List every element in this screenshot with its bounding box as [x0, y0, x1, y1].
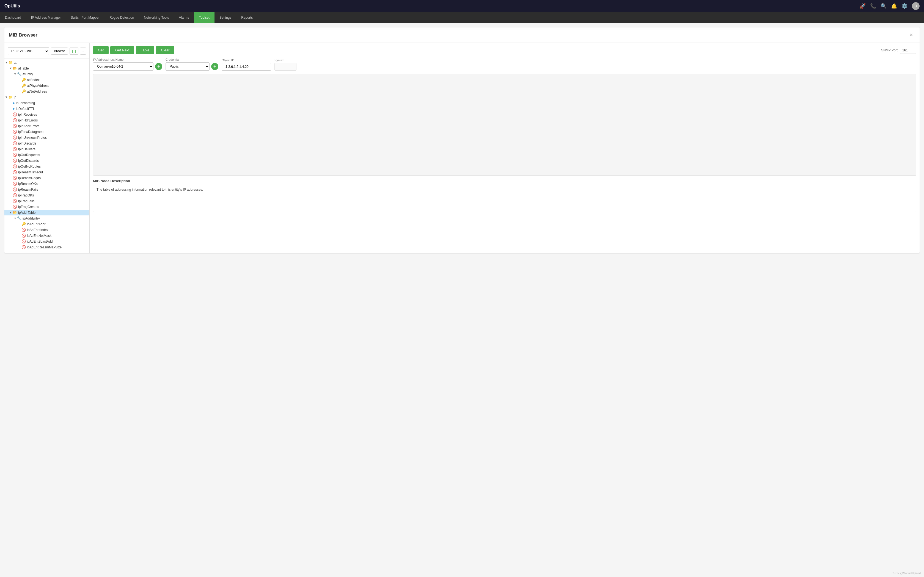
ip-label: IP Address/Host Name — [93, 58, 162, 61]
toolbar: Get Get Next Table Clear SNMP Port — [93, 46, 916, 54]
tree-item-ipAddrTable[interactable]: ▼📂ipAddrTable — [5, 210, 89, 215]
tree-item-atIfIndex[interactable]: 🔑atIfIndex — [5, 77, 89, 83]
tree-node-label: ipAdEntReasmMaxSize — [27, 245, 61, 249]
tree-item-at[interactable]: ▼📁at — [5, 60, 89, 65]
phone-icon[interactable]: 📞 — [870, 3, 876, 9]
tree-node-label: ipOutRequests — [18, 153, 40, 157]
tree-node-icon: 🚫 — [13, 135, 17, 140]
mib-browser-panel: MIB Browser × RFC1213-MIB Browse [+] - ▼… — [5, 27, 919, 253]
tree-toggle-icon[interactable]: ▼ — [9, 211, 13, 214]
tree-item-ipInAddrErrors[interactable]: 🚫ipInAddrErrors — [5, 123, 89, 129]
tree-node-label: ipAdEntBcastAddr — [27, 240, 53, 243]
mib-select[interactable]: RFC1213-MIB — [8, 47, 49, 55]
clear-button[interactable]: Clear — [156, 46, 174, 54]
object-id-label: Object ID — [222, 58, 271, 62]
credential-label: Credential — [166, 58, 218, 61]
add-mib-button[interactable]: [+] — [69, 48, 78, 55]
table-button[interactable]: Table — [136, 46, 154, 54]
add-ip-button[interactable]: + — [155, 63, 162, 70]
bell-icon[interactable]: 🔔 — [891, 3, 897, 9]
tree-toggle-icon[interactable]: ▼ — [13, 73, 17, 76]
object-id-field-group: Object ID — [222, 58, 271, 71]
tree-item-ipReasmReqds[interactable]: 🚫ipReasmReqds — [5, 175, 89, 181]
tree-item-ipAdEntAddr[interactable]: 🔑ipAdEntAddr — [5, 221, 89, 227]
tree-item-ipOutRequests[interactable]: 🚫ipOutRequests — [5, 152, 89, 158]
tree-item-ipAdEntNetMask[interactable]: 🚫ipAdEntNetMask — [5, 233, 89, 239]
tree-node-icon: 🚫 — [13, 130, 17, 134]
tree-item-ipInUnknownProtos[interactable]: 🚫ipInUnknownProtos — [5, 135, 89, 140]
nav-alarms[interactable]: Alarms — [174, 12, 194, 23]
tree-item-ipDefaultTTL[interactable]: ●ipDefaultTTL — [5, 106, 89, 111]
tree-node-label: ipReasmFails — [18, 188, 38, 192]
nav-settings[interactable]: Settings — [215, 12, 236, 23]
get-button[interactable]: Get — [93, 46, 108, 54]
tree-item-ipInHdrErrors[interactable]: 🚫ipInHdrErrors — [5, 117, 89, 123]
tree-node-icon: 🚫 — [13, 176, 17, 180]
object-id-input[interactable] — [222, 63, 271, 71]
tree-node-icon: 📂 — [13, 211, 17, 214]
tree-item-ipFragCreates[interactable]: 🚫ipFragCreates — [5, 204, 89, 210]
tree-toggle-icon[interactable]: ▼ — [13, 217, 17, 220]
tree-item-ip[interactable]: ▼📁ip — [5, 94, 89, 100]
tree-item-ipAddrEntry[interactable]: ▼🔧ipAddrEntry — [5, 215, 89, 221]
tree-node-icon: 🚫 — [13, 118, 17, 122]
tree-node-label: ipReasmReqds — [18, 176, 41, 180]
tree-item-atNetAddress[interactable]: 🔑atNetAddress — [5, 89, 89, 94]
tree-node-label: ipAdEntNetMask — [27, 234, 52, 238]
ip-field-group: IP Address/Host Name Opman-m10-64-2 + — [93, 58, 162, 71]
ip-select[interactable]: Opman-m10-64-2 — [93, 62, 153, 71]
tree-item-ipInDiscards[interactable]: 🚫ipInDiscards — [5, 140, 89, 146]
nav-ip-address-manager[interactable]: IP Address Manager — [26, 12, 66, 23]
tree-item-atPhysAddress[interactable]: 🔑atPhysAddress — [5, 83, 89, 89]
nav-reports[interactable]: Reports — [236, 12, 258, 23]
credential-select[interactable]: Public — [166, 62, 210, 71]
browse-button[interactable]: Browse — [51, 48, 68, 55]
tree-item-ipOutDiscards[interactable]: 🚫ipOutDiscards — [5, 158, 89, 163]
nav-switch-port-mapper[interactable]: Switch Port Mapper — [66, 12, 105, 23]
tree-item-ipAdEntBcastAddr[interactable]: 🚫ipAdEntBcastAddr — [5, 239, 89, 244]
close-button[interactable]: × — [908, 31, 915, 39]
tree-item-ipReasmFails[interactable]: 🚫ipReasmFails — [5, 187, 89, 192]
rocket-icon[interactable]: 🚀 — [859, 3, 866, 9]
tree-item-ipForwDatagrams[interactable]: 🚫ipForwDatagrams — [5, 129, 89, 135]
nav-dashboard[interactable]: Dashboard — [0, 12, 26, 23]
tree-toggle-icon[interactable]: ▼ — [5, 61, 8, 64]
nav-toolset[interactable]: Toolset — [194, 12, 215, 23]
get-next-button[interactable]: Get Next — [110, 46, 134, 54]
snmp-port-input[interactable] — [900, 47, 916, 54]
ip-input-row: Opman-m10-64-2 + — [93, 62, 162, 71]
tree-node-label: ipDefaultTTL — [16, 107, 35, 111]
add-credential-button[interactable]: + — [211, 63, 218, 70]
tree-item-ipReasmOKs[interactable]: 🚫ipReasmOKs — [5, 181, 89, 187]
tree-toggle-icon[interactable]: ▼ — [9, 67, 13, 70]
mib-browser-body: RFC1213-MIB Browse [+] - ▼📁at▼📂atTable▼🔧… — [5, 43, 919, 253]
tree-item-ipFragOKs[interactable]: 🚫ipFragOKs — [5, 192, 89, 198]
tree-node-label: ipForwDatagrams — [18, 130, 44, 134]
tree-item-atEntry[interactable]: ▼🔧atEntry — [5, 71, 89, 77]
tree-item-ipInReceives[interactable]: 🚫ipInReceives — [5, 111, 89, 117]
tree-toggle-icon[interactable]: ▼ — [5, 96, 8, 98]
tree-item-ipForwarding[interactable]: ●ipForwarding — [5, 100, 89, 106]
nav-rogue-detection[interactable]: Rogue Detection — [105, 12, 139, 23]
search-icon[interactable]: 🔍 — [880, 3, 887, 9]
tree-item-ipOutNoRoutes[interactable]: 🚫ipOutNoRoutes — [5, 163, 89, 169]
gear-icon[interactable]: ⚙️ — [901, 3, 908, 9]
tree-item-ipAdEntReasmMaxSize[interactable]: 🚫ipAdEntReasmMaxSize — [5, 244, 89, 250]
topbar: OpUtils 🚀 📞 🔍 🔔 ⚙️ U — [0, 0, 924, 12]
tree-item-atTable[interactable]: ▼📂atTable — [5, 65, 89, 71]
tree-node-label: ipForwarding — [16, 101, 35, 105]
tree-item-ipFragFails[interactable]: 🚫ipFragFails — [5, 198, 89, 204]
tree-node-label: ipOutDiscards — [18, 159, 39, 163]
tree-item-ipRouteTable[interactable]: ▼📂ipRouteTable — [5, 250, 89, 251]
remove-mib-button[interactable]: - — [80, 48, 86, 55]
tree-node-icon: 🚫 — [13, 141, 17, 145]
user-avatar[interactable]: U — [912, 2, 919, 10]
tree-node-label: ipReasmOKs — [18, 182, 38, 186]
tree-node-label: ipAdEntIfIndex — [27, 228, 48, 232]
tree-item-ipReasmTimeout[interactable]: 🚫ipReasmTimeout — [5, 169, 89, 175]
nav-networking-tools[interactable]: Networking Tools — [139, 12, 174, 23]
tree-node-icon: 📂 — [13, 66, 17, 70]
tree-node-icon: 🚫 — [13, 170, 17, 174]
tree-item-ipAdEntIfIndex[interactable]: 🚫ipAdEntIfIndex — [5, 227, 89, 233]
tree-item-ipInDelivers[interactable]: 🚫ipInDelivers — [5, 146, 89, 152]
